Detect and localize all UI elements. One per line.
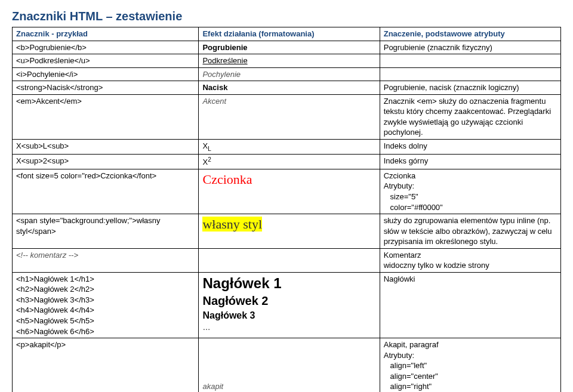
table-row: <em>Akcent</em> Akcent Znacznik <em> słu… xyxy=(13,94,561,139)
cell-meaning: Pogrubienie, nacisk (znacznik logiczny) xyxy=(380,81,560,95)
effect-underline: Podkreślenie xyxy=(202,56,247,65)
table-row: X<sup>2<sup> X2 Indeks górny xyxy=(13,155,561,169)
table-row: <b>Pogrubienie</b> Pogrubienie Pogrubien… xyxy=(13,41,561,54)
effect-sub-main: X xyxy=(202,141,208,150)
cell-example: X<sub>L<sub> xyxy=(13,139,199,154)
cell-meaning: Nagłówki xyxy=(380,272,560,338)
cell-meaning: służy do zgrupowania elementów typu inli… xyxy=(380,214,560,249)
page-title: Znaczniki HTML – zestawienie xyxy=(12,10,561,23)
cell-effect xyxy=(199,248,380,272)
cell-effect: Czcionka xyxy=(199,169,380,214)
table-row: X<sub>L<sub> XL Indeks dolny xyxy=(13,139,561,154)
table-row: <h1>Nagłówek 1</h1> <h2>Nagłówek 2</h2> … xyxy=(13,272,561,338)
cell-example: <b>Pogrubienie</b> xyxy=(13,41,199,54)
cell-effect: Akcent xyxy=(199,94,380,139)
effect-h-dots: … xyxy=(202,322,375,333)
table-row: <font size=5 color="red>Czcionka</font> … xyxy=(13,169,561,214)
effect-p: akapit xyxy=(202,382,223,391)
cell-example: <!-- komentarz --> xyxy=(13,248,199,272)
cell-example: <em>Akcent</em> xyxy=(13,94,199,139)
cell-effect: XL xyxy=(199,139,380,154)
cell-effect: Pogrubienie xyxy=(199,41,380,54)
cell-meaning: Komentarz widoczny tylko w kodzie strony xyxy=(380,248,560,272)
cell-meaning: Pogrubienie (znacznik fizyczny) xyxy=(380,41,560,54)
cell-example: <font size=5 color="red>Czcionka</font> xyxy=(13,169,199,214)
col-header-meaning: Znaczenie, podstawowe atrybuty xyxy=(380,27,560,41)
effect-h2: Nagłówek 2 xyxy=(202,293,375,309)
effect-strong: Nacisk xyxy=(202,83,227,92)
cell-example: <h1>Nagłówek 1</h1> <h2>Nagłówek 2</h2> … xyxy=(13,272,199,338)
cell-effect: X2 xyxy=(199,155,380,169)
effect-bold: Pogrubienie xyxy=(202,43,247,52)
cell-effect: własny styl xyxy=(199,214,380,249)
cell-effect: Pochylenie xyxy=(199,67,380,81)
cell-meaning: Znacznik <em> służy do oznaczenia fragme… xyxy=(380,94,560,139)
cell-effect: Nagłówek 1 Nagłówek 2 Nagłówek 3 … xyxy=(199,272,380,338)
table-row: <strong>Nacisk</strong> Nacisk Pogrubien… xyxy=(13,81,561,95)
effect-em: Akcent xyxy=(202,97,226,106)
cell-example: <u>Podkreślenie</u> xyxy=(13,54,199,68)
cell-meaning: Akapit, paragraf Atrybuty: align="left" … xyxy=(380,338,560,392)
cell-meaning: Czcionka Atrybuty: size="5" color="#ff00… xyxy=(380,169,560,214)
table-row: <span style="background:yellow;">własny … xyxy=(13,214,561,249)
cell-effect: Nacisk xyxy=(199,81,380,95)
cell-meaning: Indeks dolny xyxy=(380,139,560,154)
effect-span: własny styl xyxy=(202,217,262,232)
cell-example: <strong>Nacisk</strong> xyxy=(13,81,199,95)
cell-example: <span style="background:yellow;">własny … xyxy=(13,214,199,249)
effect-h1: Nagłówek 1 xyxy=(202,274,375,293)
table-row: <i>Pochylenie</i> Pochylenie xyxy=(13,67,561,81)
table-row: <!-- komentarz --> Komentarz widoczny ty… xyxy=(13,248,561,272)
html-tags-table: Znacznik - przykład Efekt działania (for… xyxy=(12,27,561,392)
effect-sup-main: X xyxy=(202,158,208,166)
cell-effect: Podkreślenie xyxy=(199,54,380,68)
col-header-example: Znacznik - przykład xyxy=(13,27,199,41)
effect-sup-sup: 2 xyxy=(208,156,211,163)
cell-example: X<sup>2<sup> xyxy=(13,155,199,169)
cell-meaning: Indeks górny xyxy=(380,155,560,169)
cell-example: <p>akapit</p> xyxy=(13,338,199,392)
effect-font: Czcionka xyxy=(202,172,252,187)
col-header-effect: Efekt działania (formatowania) xyxy=(199,27,380,41)
effect-h3: Nagłówek 3 xyxy=(202,309,375,322)
table-header-row: Znacznik - przykład Efekt działania (for… xyxy=(13,27,561,41)
table-row: <p>akapit</p> akapit Akapit, paragraf At… xyxy=(13,338,561,392)
cell-effect: akapit xyxy=(199,338,380,392)
cell-example: <i>Pochylenie</i> xyxy=(13,67,199,81)
table-row: <u>Podkreślenie</u> Podkreślenie xyxy=(13,54,561,68)
effect-sub-sub: L xyxy=(208,146,211,152)
cell-meaning xyxy=(380,54,560,68)
effect-italic: Pochylenie xyxy=(202,70,241,79)
cell-meaning xyxy=(380,67,560,81)
